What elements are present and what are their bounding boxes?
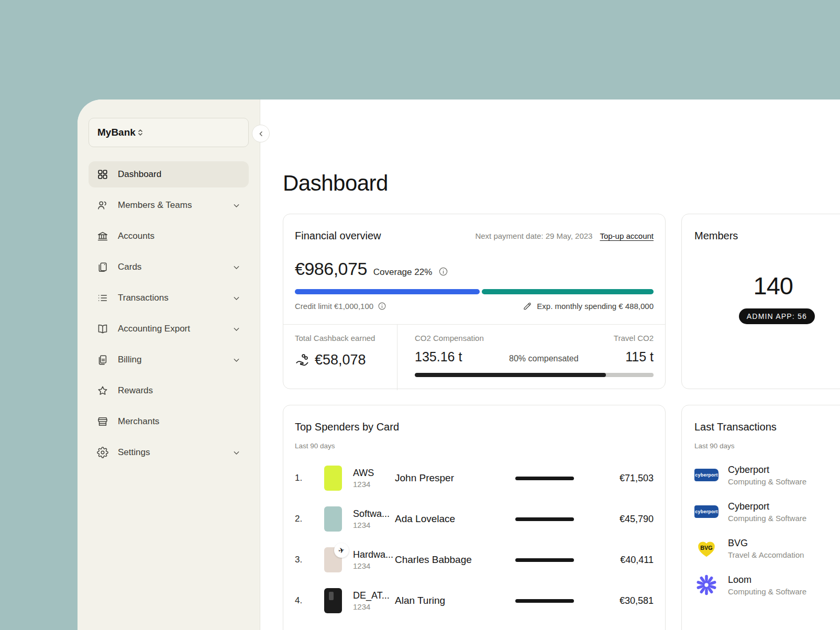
list-item[interactable]: cyberport Cyberport Computing & Software	[694, 463, 840, 487]
app-window: MyBank Dashboard Members & Teams	[78, 100, 840, 630]
spend-bar	[515, 599, 574, 603]
pencil-icon[interactable]	[523, 301, 532, 311]
spender-rank: 4.	[295, 595, 311, 606]
chevron-down-icon	[232, 263, 241, 272]
spend-bar	[515, 477, 574, 480]
sidebar-item-rewards[interactable]: Rewards	[89, 378, 249, 404]
card-label: Softwa...	[353, 509, 395, 520]
table-row[interactable]: 2. Softwa... 1234 Ada Lovelace €45,790	[295, 506, 654, 532]
table-row[interactable]: 1. AWS 1234 John Presper €71,503	[295, 466, 654, 491]
merchant-name: Loom	[728, 574, 806, 585]
org-name: MyBank	[97, 127, 136, 138]
coverage-bar-teal-segment	[482, 289, 654, 294]
book-icon	[96, 323, 109, 335]
main-content: Dashboard Financial overview Next paymen…	[260, 100, 840, 630]
spender-rank: 1.	[295, 473, 311, 483]
card-number: 1234	[353, 561, 395, 570]
chevron-down-icon	[232, 201, 241, 210]
merchant-category: Travel & Accomdation	[728, 550, 804, 559]
chevron-down-icon	[232, 448, 241, 457]
card-number: 1234	[353, 602, 395, 611]
sidebar: MyBank Dashboard Members & Teams	[78, 100, 260, 630]
spend-bar	[515, 558, 574, 562]
last-transactions-subtitle: Last 90 days	[694, 442, 840, 450]
sidebar-item-accounting-export[interactable]: Accounting Export	[89, 316, 249, 342]
up-down-chevron-icon	[136, 128, 145, 137]
card-label: DE_AT...	[353, 590, 395, 601]
sidebar-item-settings[interactable]: Settings	[89, 439, 249, 466]
cashback-label: Total Cashback earned	[295, 334, 397, 342]
sidebar-item-members-teams[interactable]: Members & Teams	[89, 192, 249, 218]
topup-account-link[interactable]: Top-up account	[600, 231, 654, 240]
card-number: 1234	[353, 521, 395, 529]
card-swatch	[324, 588, 342, 613]
info-icon[interactable]	[438, 267, 448, 277]
coverage-bar-blue-segment	[295, 289, 480, 294]
members-icon	[96, 199, 109, 212]
bvg-heart-logo: BVG	[694, 537, 719, 560]
sidebar-collapse-button[interactable]	[252, 125, 270, 142]
list-item[interactable]: Loom Computing & Software	[694, 573, 840, 596]
co2-compensated-percent: 80% compensated	[462, 354, 625, 363]
merchant-category: Computing & Software	[728, 587, 806, 596]
last-transactions-card: Last Transactions Last 90 days cyberport…	[681, 405, 840, 630]
star-icon	[96, 384, 109, 397]
airplane-badge-icon: ✈	[334, 543, 349, 558]
sidebar-item-label: Dashboard	[118, 169, 161, 180]
spender-name: Charles Babbage	[395, 554, 515, 566]
info-icon[interactable]	[378, 302, 386, 311]
card-swatch	[324, 466, 342, 491]
balance-amount: €986,075	[295, 259, 367, 279]
list-item[interactable]: cyberport Cyberport Computing & Software	[694, 500, 840, 523]
chevron-down-icon	[232, 294, 241, 303]
spend-amount: €30,581	[574, 595, 654, 606]
card-label: Hardwa...	[353, 549, 395, 560]
coverage-bar	[295, 289, 654, 294]
sidebar-nav: Dashboard Members & Teams Accounts	[89, 161, 249, 466]
spend-amount: €71,503	[574, 473, 654, 484]
card-number: 1234	[353, 480, 395, 489]
merchant-category: Computing & Software	[728, 514, 806, 523]
sidebar-item-billing[interactable]: Billing	[89, 347, 249, 373]
cards-icon	[96, 261, 109, 273]
top-spenders-card: Top Spenders by Card Last 90 days 1. AWS…	[283, 405, 666, 630]
co2-panel: CO2 Compensation Travel CO2 135.16 t 80%…	[397, 325, 665, 390]
page-title: Dashboard	[283, 171, 840, 196]
cashback-panel: Total Cashback earned €58,078	[283, 325, 397, 390]
sidebar-item-dashboard[interactable]: Dashboard	[89, 161, 249, 187]
financial-overview-title: Financial overview	[295, 230, 381, 242]
dashboard-grid-icon	[96, 168, 109, 181]
table-row[interactable]: 4. DE_AT... 1234 Alan Turing €30,581	[295, 588, 654, 613]
next-payment-date: Next payment date: 29 May, 2023	[475, 231, 592, 240]
spender-name: Ada Lovelace	[395, 513, 515, 525]
sidebar-item-transactions[interactable]: Transactions	[89, 285, 249, 311]
hand-coins-icon	[295, 353, 310, 368]
sidebar-item-merchants[interactable]: Merchants	[89, 408, 249, 435]
sidebar-item-label: Rewards	[118, 385, 153, 396]
sidebar-item-label: Transactions	[118, 293, 169, 303]
sidebar-item-label: Settings	[118, 447, 150, 458]
cyberport-logo: cyberport	[694, 463, 719, 487]
cashback-amount: €58,078	[315, 352, 366, 368]
coverage-label: Coverage 22%	[373, 267, 432, 278]
sidebar-item-accounts[interactable]: Accounts	[89, 223, 249, 249]
spender-name: John Presper	[395, 472, 515, 484]
list-icon	[96, 292, 109, 304]
last-transactions-title: Last Transactions	[694, 421, 840, 433]
co2-progress-bar	[415, 373, 654, 377]
admin-app-badge: ADMIN APP: 56	[739, 308, 815, 324]
credit-limit-label: Credit limit €1,000,100	[295, 302, 373, 311]
table-row[interactable]: 3. ✈ Hardwa... 1234 Charles Babbage €40,…	[295, 547, 654, 572]
co2-compensation-value: 135.16 t	[415, 349, 462, 364]
card-swatch	[324, 506, 342, 532]
storefront-icon	[96, 415, 109, 428]
spend-amount: €40,411	[574, 555, 654, 566]
spend-bar	[515, 517, 574, 521]
loom-logo	[694, 573, 719, 596]
org-selector[interactable]: MyBank	[89, 118, 249, 147]
chevron-down-icon	[232, 325, 241, 334]
members-title: Members	[694, 230, 840, 242]
sidebar-item-cards[interactable]: Cards	[89, 254, 249, 280]
list-item[interactable]: BVG BVG Travel & Accomdation	[694, 537, 840, 560]
chevron-down-icon	[232, 356, 241, 364]
